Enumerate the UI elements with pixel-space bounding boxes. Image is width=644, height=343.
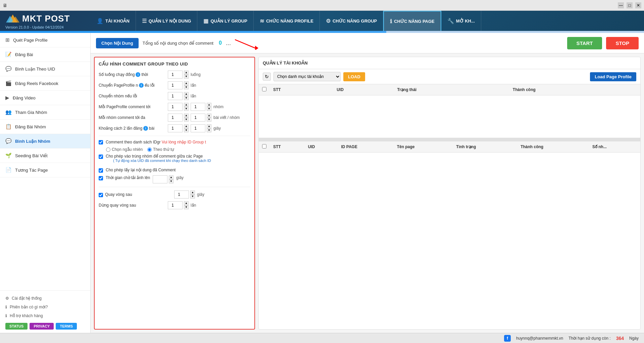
moi-page-up2[interactable]: ▲ [207,103,211,107]
khoang-cach-down2[interactable]: ▼ [207,128,211,132]
thoi-gian-down[interactable]: ▼ [169,179,174,183]
thoi-gian-input[interactable] [153,175,167,183]
sidebar-ho-tro[interactable]: ℹ Hỗ trợ khách hàng [5,311,85,320]
nav-item-chuc-nang-profile[interactable]: ≋ CHỨC NĂNG PROFILE [254,11,320,31]
so-luong-up[interactable]: ▲ [184,71,189,75]
status-button[interactable]: STATUS [5,323,28,330]
horizontal-scroll[interactable] [259,138,640,141]
thoi-gian-checkbox[interactable] [99,176,103,180]
top-table-check-all[interactable] [262,87,266,91]
chuyen-nhom-down[interactable]: ▼ [184,96,189,100]
refresh-icon[interactable]: ↻ [263,73,271,81]
bottom-table-thanhcong-header: Thành công [517,141,589,153]
thoi-gian-up[interactable]: ▲ [169,175,174,179]
moi-page-input1[interactable] [168,103,183,111]
top-table: STT UID Trạng thái Thành công [259,84,640,95]
dung-quay-input[interactable] [168,201,183,209]
moi-nhom-input1[interactable] [168,114,183,122]
sidebar-item-quet-page-profile[interactable]: ⊞ Quét Page Profile [0,33,90,47]
comment-ds-link[interactable]: Vui lòng nhập ID Group t [162,140,206,144]
chon-noi-dung-button[interactable]: Chọn Nội Dung [96,38,139,48]
moi-nhom-up1[interactable]: ▲ [184,114,189,118]
sidebar-item-binh-luan-nhom[interactable]: 💬 Bình Luận Nhóm [0,134,90,148]
moi-page-down2[interactable]: ▼ [207,107,211,111]
chuyen-page-label: Chuyển PageProfile niếu lỗi [99,83,166,88]
chuyen-page-input[interactable] [168,81,183,89]
so-luong-down[interactable]: ▼ [184,75,189,79]
facebook-icon: f [504,335,511,342]
khoang-cach-input2[interactable] [191,124,205,132]
minimize-button[interactable]: — [618,2,624,8]
so-luong-input[interactable] [168,71,183,79]
load-button[interactable]: LOAD [343,72,365,81]
sidebar-item-tuong-tac-page[interactable]: 📄 Tương Tác Page [0,163,90,177]
config-row-so-luong: Số luồng chạy đồngithời ▲ ▼ luồng [99,71,250,79]
chuyen-nhom-up[interactable]: ▲ [184,92,189,96]
stop-button[interactable]: STOP [606,37,639,49]
config-row-chuyen-page: Chuyển PageProfile niếu lỗi ▲ ▼ lần [99,81,250,89]
chuyen-page-up[interactable]: ▲ [184,81,189,85]
privacy-button[interactable]: PRIVACY [30,323,54,330]
radio-ngau-nhien[interactable]: Chọn ngẫu nhiên [106,147,143,152]
moi-page-input2[interactable] [191,103,205,111]
sidebar-item-seeding[interactable]: 🌱 Seeding Bài Viết [0,148,90,163]
khoang-cach-up2[interactable]: ▲ [207,124,211,128]
quay-vong-input[interactable] [174,190,189,199]
start-button[interactable]: START [567,37,602,49]
lay-lai-checkbox[interactable] [99,168,103,173]
sidebar-phien-ban[interactable]: ℹ Phiên bản có gì mới? [5,303,85,311]
moi-nhom-up2[interactable]: ▲ [207,114,211,118]
nav-item-tai-khoan[interactable]: 👤 TÀI KHOẢN [91,11,136,31]
window-controls: — □ ✕ [618,2,641,8]
moi-nhom-down2[interactable]: ▼ [207,118,211,122]
moi-page-up1[interactable]: ▲ [184,103,189,107]
moi-page-down1[interactable]: ▼ [184,107,189,111]
sidebar-cai-dat[interactable]: ⚙ Cài đặt hệ thống [5,294,85,303]
nav-item-chuc-nang-group[interactable]: ⚙ CHỨC NĂNG GROUP [320,11,383,31]
bottom-table-check-all[interactable] [262,144,266,148]
khoang-cach-up1[interactable]: ▲ [184,124,189,128]
nav-item-mo-khoa[interactable]: 🔧 MỞ KH... [441,11,481,31]
sidebar-item-dang-bai-nhom[interactable]: 📋 Đăng Bài Nhóm [0,120,90,134]
moi-nhom-input2[interactable] [191,114,205,122]
dung-quay-up[interactable]: ▲ [184,201,189,205]
comment-ds-checkbox[interactable] [99,140,103,144]
sidebar-item-dang-reels[interactable]: 🎬 Đăng Reels Facebook [0,76,90,91]
quay-vong-unit: giây [197,192,204,197]
khoang-cach-down1[interactable]: ▼ [184,128,189,132]
dots-button[interactable]: ... [226,40,231,47]
account-category-select[interactable]: Chọn danh mục tài khoản [274,72,341,81]
sidebar-item-binh-luan-uid[interactable]: 💬 Bình Luận Theo UID [0,62,90,76]
radio-ngau-nhien-label: Chọn ngẫu nhiên [112,147,143,152]
khoang-cach-info-icon: i [143,126,148,131]
chuyen-page-down[interactable]: ▼ [184,85,189,89]
quay-vong-up[interactable]: ▲ [190,190,195,195]
cai-dat-icon: ⚙ [5,296,9,301]
quay-vong-down[interactable]: ▼ [190,195,195,199]
email-text: huynnq@phanmemmkt.vn [516,336,563,341]
trung-nhom-checkbox[interactable] [99,155,103,159]
bottom-table-header-row: STT UID ID PAGE Tên page Tình trạng Thàn… [259,141,640,153]
dung-quay-down[interactable]: ▼ [184,205,189,209]
khoang-cach-input1[interactable] [168,124,183,132]
checkbox-row-trung-nhom: Cho phép vào trùng nhóm để comment giữa … [99,154,250,165]
load-page-profile-button[interactable]: Load Page Profile [590,72,636,81]
radio-thu-tu[interactable]: Theo thứ tự [147,147,174,152]
sidebar-item-dang-bai[interactable]: 📝 Đăng Bài [0,47,90,62]
quay-vong-checkbox[interactable] [99,193,103,197]
moi-nhom-down1[interactable]: ▼ [184,118,189,122]
close-button[interactable]: ✕ [635,2,641,8]
chuyen-nhom-input[interactable] [168,92,183,100]
nav-item-chuc-nang-page[interactable]: ℹ CHỨC NĂNG PAGE [383,11,441,31]
maximize-button[interactable]: □ [627,2,633,8]
nav-item-quan-ly-group[interactable]: ▦ QUẢN LÝ GROUP [197,11,253,31]
mo-khoa-icon: 🔧 [447,18,454,24]
thoi-gian-label: Thời gian chờ tải ảnh lên [106,175,150,180]
bottom-table-tinhtrang-header: Tình trạng [453,141,517,153]
nav-item-quan-ly-noi-dung[interactable]: ☰ QUẢN LÝ NỘI DUNG [136,11,198,31]
sidebar-item-tham-gia-nhom[interactable]: 👥 Tham Gia Nhóm [0,105,90,120]
terms-button[interactable]: TERMS [56,323,77,330]
radio-ngau-nhien-input[interactable] [106,147,110,152]
radio-thu-tu-input[interactable] [147,147,152,152]
sidebar-item-dang-video[interactable]: ▶ Đăng Video [0,91,90,105]
